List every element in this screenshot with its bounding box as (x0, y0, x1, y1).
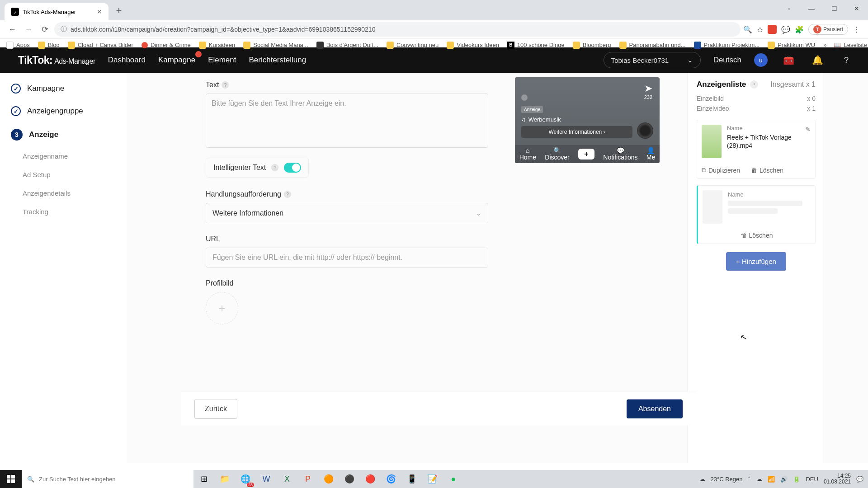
bookmark-bois[interactable]: Bois d'Argent Duft... (316, 42, 378, 49)
word-icon[interactable]: W (256, 470, 277, 488)
close-tab-icon[interactable]: ✕ (97, 8, 102, 15)
substep-adsetup[interactable]: Ad Setup (0, 165, 127, 184)
bookmark-star-icon[interactable]: ☆ (757, 25, 763, 34)
extension-chat-icon[interactable]: 💬 (781, 25, 790, 34)
browser-tab[interactable]: ♪ TikTok Ads-Manager ✕ (5, 3, 108, 20)
briefcase-icon[interactable]: 🧰 (780, 52, 797, 68)
lang-switch[interactable]: Deutsch (713, 56, 741, 65)
battery-icon[interactable]: 🔋 (793, 476, 800, 483)
spotify-icon[interactable]: ● (443, 470, 464, 488)
start-button[interactable] (0, 470, 22, 488)
bookmark-panorama[interactable]: Panoramabahn und... (619, 42, 686, 49)
nav-kampagne[interactable]: Kampagne (158, 56, 195, 65)
app-icon[interactable]: 🟠 (318, 470, 339, 488)
ad-card[interactable]: Name ✎ Reels + TikTok Vorlage (28).mp4 ⧉… (697, 120, 816, 179)
bookmark-bloomberg[interactable]: Bloomberg (573, 42, 611, 49)
new-tab-button[interactable]: + (112, 4, 126, 18)
help-icon[interactable]: ？ (838, 52, 854, 68)
skeleton-line (728, 208, 778, 214)
delete-button[interactable]: 🗑Löschen (741, 232, 773, 239)
tray-up-icon[interactable]: ˄ (748, 476, 751, 483)
back-button[interactable]: Zurück (194, 399, 237, 419)
weather-text[interactable]: 23°C Regen (711, 476, 743, 483)
bookmark-social[interactable]: Social Media Mana... (243, 42, 308, 49)
reload-icon[interactable]: ⟳ (38, 23, 52, 36)
minimize-icon[interactable]: — (800, 0, 823, 17)
edit-icon[interactable]: ✎ (805, 126, 811, 133)
step-kampagne[interactable]: Kampagne (0, 77, 127, 100)
bookmark-dinner[interactable]: Dinner & Crime (142, 42, 191, 48)
duplicate-button[interactable]: ⧉Duplizieren (702, 166, 740, 174)
bell-icon[interactable]: 🔔 (809, 52, 826, 68)
ad-card-placeholder[interactable]: Name 🗑Löschen (697, 185, 816, 244)
user-avatar[interactable]: u (754, 53, 768, 67)
volume-icon[interactable]: 🔊 (780, 476, 788, 483)
back-icon[interactable]: ← (5, 23, 19, 36)
zoom-icon[interactable]: 🔍 (743, 25, 752, 34)
chrome-icon[interactable]: 🔴 (360, 470, 381, 488)
url-field[interactable]: ⓘ ads.tiktok.com/i18n/campaign/ad/creati… (54, 22, 741, 37)
cta-select[interactable]: Weitere Informationen ⌄ (206, 203, 488, 223)
bookmark-copy[interactable]: Copywriting neu (387, 42, 439, 49)
explorer-icon[interactable]: 📁 (214, 470, 235, 488)
substep-anzeigendetails[interactable]: Anzeigendetails (0, 184, 127, 202)
account-dropdown[interactable]: Tobias Becker0731 ⌄ (604, 52, 701, 68)
delete-button[interactable]: 🗑Löschen (751, 166, 783, 174)
bookmark-cload[interactable]: Cload + Canva Bilder (68, 42, 133, 49)
add-profile-image[interactable]: + (206, 292, 238, 324)
user-tabs-icon[interactable]: ◦ (778, 0, 800, 17)
bookmark-praktikum-wu[interactable]: Praktikum WU (768, 42, 815, 49)
onedrive-icon[interactable]: ☁ (756, 476, 762, 483)
step-anzeigengruppe[interactable]: Anzeigengruppe (0, 100, 127, 122)
bookmark-apps[interactable]: Apps (6, 42, 30, 49)
add-ad-button[interactable]: + Hinzufügen (726, 252, 786, 271)
extensions-icon[interactable]: 🧩 (795, 25, 804, 34)
bookmark-kurs[interactable]: Kursideen (199, 42, 236, 49)
obs-icon[interactable]: ⚫ (339, 470, 360, 488)
wifi-icon[interactable]: 📶 (768, 476, 775, 483)
bookmarks-more-icon[interactable]: » (823, 42, 826, 48)
edge-icon[interactable]: 🌐23 (235, 470, 256, 488)
url-input[interactable]: Fügen Sie eine URL ein, die mit http:// … (206, 248, 488, 267)
tiktok-logo[interactable]: TikTok: Ads-Manager (18, 54, 95, 66)
nav-dashboard[interactable]: Dashboard (108, 56, 146, 65)
powerpoint-icon[interactable]: P (297, 470, 318, 488)
edge2-icon[interactable]: 🌀 (381, 470, 401, 488)
app2-icon[interactable]: 📱 (401, 470, 422, 488)
forward-icon[interactable]: → (22, 23, 35, 36)
bookmark-blog[interactable]: Blog (38, 42, 60, 49)
excel-icon[interactable]: X (277, 470, 297, 488)
bookmark-praktikum-p[interactable]: Praktikum Projektm... (694, 42, 760, 49)
close-window-icon[interactable]: ✕ (845, 0, 868, 17)
nav-bericht[interactable]: Berichterstellung (249, 56, 307, 65)
ad-thumbnail (702, 125, 722, 158)
notification-center-icon[interactable]: 💬 (856, 476, 863, 483)
taskview-icon[interactable]: ⊞ (193, 470, 214, 488)
notepad-icon[interactable]: 📝 (422, 470, 443, 488)
lang-indicator[interactable]: DEU (806, 476, 818, 483)
help-icon[interactable]: ? (284, 191, 291, 198)
help-icon[interactable]: ? (750, 80, 758, 89)
bookmark-video[interactable]: Videokurs Ideen (447, 42, 499, 49)
clock[interactable]: 14:2501.08.2021 (824, 473, 851, 485)
submit-button[interactable]: Absenden (627, 399, 683, 418)
maximize-icon[interactable]: ☐ (823, 0, 845, 17)
site-info-icon[interactable]: ⓘ (61, 25, 67, 33)
weather-icon[interactable]: ☁ (699, 476, 705, 483)
address-bar: ← → ⟳ ⓘ ads.tiktok.com/i18n/campaign/ad/… (0, 20, 868, 38)
toggle-switch[interactable] (284, 163, 301, 173)
help-icon[interactable]: ? (271, 164, 278, 171)
smart-text-toggle[interactable]: Intelligenter Text ? (206, 158, 309, 178)
extension-todoist-icon[interactable] (768, 25, 777, 34)
bookmark-100[interactable]: B100 schöne Dinge (507, 42, 565, 49)
step-anzeige[interactable]: 3Anzeige (0, 122, 127, 147)
reading-list[interactable]: 📖Leseliste (834, 42, 867, 48)
nav-element[interactable]: Element (208, 56, 236, 65)
profile-chip[interactable]: T Pausiert (808, 24, 848, 35)
ad-text-input[interactable]: Bitte fügen Sie den Text Ihrer Anzeige e… (206, 94, 488, 148)
substep-tracking[interactable]: Tracking (0, 202, 127, 221)
help-icon[interactable]: ? (222, 81, 229, 89)
chrome-menu-icon[interactable]: ⋮ (853, 25, 860, 34)
taskbar-search[interactable]: 🔍Zur Suche Text hier eingeben (22, 470, 193, 488)
substep-anzeigenname[interactable]: Anzeigenname (0, 147, 127, 165)
